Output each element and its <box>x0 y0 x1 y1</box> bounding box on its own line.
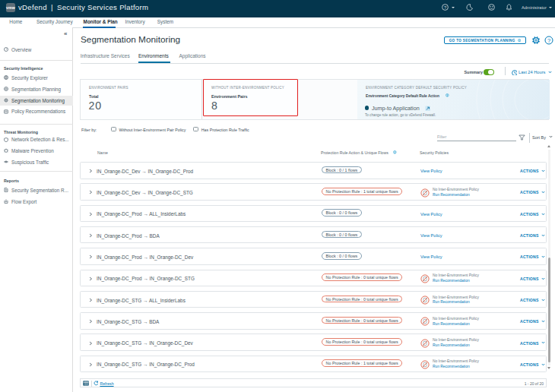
svg-text:?: ? <box>444 5 447 10</box>
svg-text:?: ? <box>547 36 550 43</box>
